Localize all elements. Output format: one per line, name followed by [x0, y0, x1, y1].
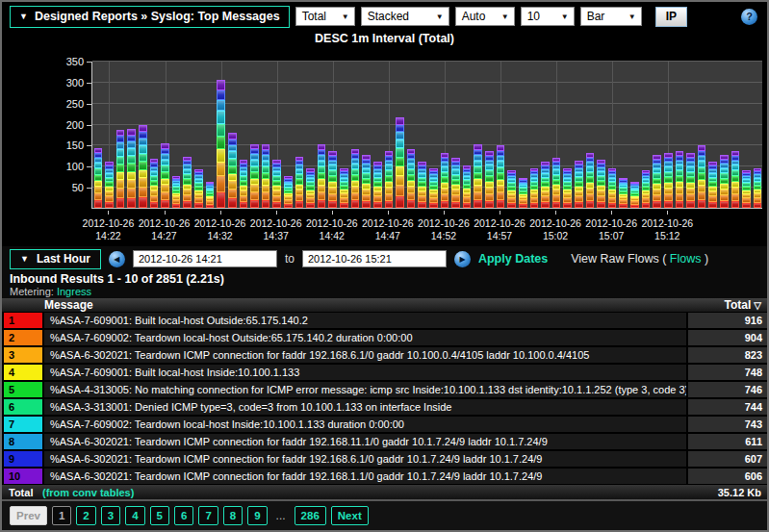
help-icon[interactable]: ? [741, 9, 757, 25]
table-row[interactable]: 8%ASA-6-302021: Teardown ICMP connection… [2, 433, 767, 450]
bar-15:18[interactable] [731, 151, 740, 208]
page-button-7[interactable]: 7 [198, 506, 218, 525]
bar-14:41[interactable] [318, 144, 326, 208]
bar-14:42[interactable] [328, 151, 337, 208]
page-button-286[interactable]: 286 [295, 506, 326, 525]
bar-14:49[interactable] [407, 149, 416, 208]
table-row[interactable]: 5%ASA-4-313005: No matching connection f… [2, 381, 767, 398]
page-button-2[interactable]: 2 [76, 506, 95, 525]
bar-14:58[interactable] [507, 170, 516, 208]
bar-15:16[interactable] [708, 162, 717, 208]
bar-14:54[interactable] [463, 165, 472, 208]
page-button-4[interactable]: 4 [125, 506, 144, 525]
bar-15:10[interactable] [642, 170, 651, 208]
bar-14:39[interactable] [295, 157, 304, 208]
bar-14:28[interactable] [172, 176, 181, 208]
step-forward-button[interactable]: ▶ [454, 251, 471, 267]
bar-14:29[interactable] [183, 157, 192, 208]
bar-15:12[interactable] [664, 153, 673, 208]
table-row[interactable]: 7%ASA-7-609002: Teardown local-host Insi… [2, 416, 767, 433]
bar-15:09[interactable] [630, 182, 639, 208]
bar-14:21[interactable] [94, 148, 103, 208]
next-page-button[interactable]: Next [331, 506, 369, 525]
bar-14:31[interactable] [206, 182, 215, 208]
bar-14:47[interactable] [385, 151, 394, 208]
bar-14:27[interactable] [161, 143, 169, 208]
to-date-input[interactable] [302, 250, 447, 267]
report-type-dropdown[interactable]: Total ▼ [295, 7, 355, 26]
flows-link[interactable]: Flows [670, 252, 702, 266]
apply-dates-button[interactable]: Apply Dates [478, 252, 548, 266]
bar-15:08[interactable] [619, 178, 628, 208]
table-row[interactable]: 6%ASA-3-313001: Denied ICMP type=3, code… [2, 398, 767, 416]
page-button-1[interactable]: 1 [52, 506, 71, 525]
table-row[interactable]: 3%ASA-6-302021: Teardown ICMP connection… [2, 346, 767, 364]
bar-15:06[interactable] [597, 160, 605, 208]
bar-14:30[interactable] [194, 169, 203, 208]
table-row[interactable]: 2%ASA-7-609002: Teardown local-host Outs… [2, 329, 767, 346]
bar-14:46[interactable] [373, 162, 382, 208]
bar-14:25[interactable] [139, 125, 147, 208]
bar-14:22[interactable] [105, 162, 114, 208]
bar-14:53[interactable] [451, 158, 460, 208]
page-button-9[interactable]: 9 [247, 506, 267, 525]
bar-14:34[interactable] [240, 160, 248, 208]
bar-14:24[interactable] [127, 129, 136, 208]
table-row[interactable]: 10%ASA-6-302021: Teardown ICMP connectio… [2, 468, 767, 485]
table-row[interactable]: 9%ASA-6-302021: Teardown ICMP connection… [2, 450, 767, 468]
page-button-5[interactable]: 5 [150, 506, 169, 525]
bar-15:20[interactable] [754, 167, 762, 208]
bar-14:37[interactable] [272, 160, 281, 208]
rate-mode-dropdown[interactable]: Auto ▼ [455, 7, 515, 26]
bar-14:32[interactable] [217, 80, 225, 208]
page-button-6[interactable]: 6 [174, 506, 193, 525]
bar-14:43[interactable] [340, 167, 348, 208]
bar-15:01[interactable] [541, 162, 550, 208]
bar-14:51[interactable] [429, 167, 438, 208]
bar-15:11[interactable] [653, 155, 661, 208]
bar-15:07[interactable] [608, 167, 617, 208]
step-back-button[interactable]: ◀ [109, 251, 125, 267]
bar-15:14[interactable] [686, 153, 695, 208]
bar-15:05[interactable] [586, 153, 595, 208]
chart-style-dropdown[interactable]: Bar ▼ [580, 7, 642, 26]
ip-button[interactable]: IP [655, 7, 687, 27]
prev-page-button[interactable]: Prev [10, 506, 47, 525]
bar-15:04[interactable] [575, 161, 583, 208]
bar-14:55[interactable] [474, 144, 482, 208]
bar-14:33[interactable] [228, 133, 237, 208]
bar-15:19[interactable] [742, 170, 751, 208]
bar-14:35[interactable] [250, 144, 259, 208]
bar-15:02[interactable] [552, 158, 561, 208]
bar-14:59[interactable] [519, 178, 527, 208]
bar-14:40[interactable] [306, 168, 315, 208]
bar-14:44[interactable] [351, 149, 360, 208]
page-button-3[interactable]: 3 [101, 506, 120, 525]
top-n-dropdown[interactable]: 10 ▼ [521, 7, 575, 26]
total-column-header[interactable]: Total▽ [686, 298, 767, 312]
time-range-dropdown[interactable]: ▼ Last Hour [10, 249, 101, 269]
display-mode-dropdown[interactable]: Stacked ▼ [361, 7, 449, 26]
bar-14:36[interactable] [262, 144, 270, 208]
bar-14:56[interactable] [485, 151, 494, 208]
bar-15:03[interactable] [563, 167, 572, 208]
page-button-8[interactable]: 8 [223, 506, 243, 525]
message-column-header[interactable]: Message [2, 298, 686, 312]
bar-15:17[interactable] [720, 155, 729, 208]
bar-15:00[interactable] [530, 167, 539, 208]
bar-14:52[interactable] [441, 153, 449, 208]
table-row[interactable]: 4%ASA-7-609001: Built local-host Inside:… [2, 364, 767, 381]
bar-14:48[interactable] [396, 117, 404, 208]
report-selector[interactable]: ▼ Designed Reports » Syslog: Top Message… [10, 6, 290, 28]
bar-14:50[interactable] [418, 162, 426, 208]
from-date-input[interactable] [133, 250, 277, 267]
bar-14:57[interactable] [497, 145, 505, 208]
table-row[interactable]: 1%ASA-7-609001: Built local-host Outside… [2, 312, 767, 329]
segment-rank-6 [116, 157, 125, 165]
bar-14:26[interactable] [150, 159, 159, 208]
bar-15:15[interactable] [698, 145, 706, 208]
bar-14:23[interactable] [116, 130, 125, 208]
bar-14:38[interactable] [284, 176, 293, 208]
bar-15:13[interactable] [676, 151, 684, 208]
bar-14:45[interactable] [362, 155, 371, 208]
